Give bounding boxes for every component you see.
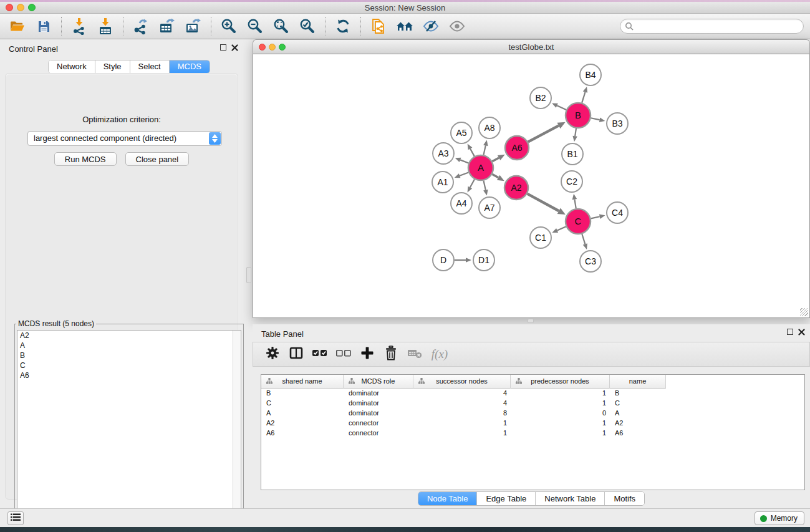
zoom-in-button[interactable] <box>218 16 240 36</box>
tab-edge-table[interactable]: Edge Table <box>477 492 536 505</box>
delete-table-button[interactable] <box>404 344 425 364</box>
result-item-a6[interactable]: A6 <box>17 370 241 380</box>
split-panel-button[interactable] <box>286 344 307 364</box>
import-network-button[interactable] <box>68 16 90 36</box>
node-A2[interactable]: A2 <box>504 176 528 200</box>
show-graphics-details-button[interactable] <box>446 16 468 36</box>
hide-graphics-details-button[interactable] <box>420 16 442 36</box>
show-panels-button[interactable] <box>7 511 24 525</box>
node-A4[interactable]: A4 <box>451 193 472 214</box>
table-row-a2[interactable]: A2connector11A2 <box>261 418 804 428</box>
close-window-button[interactable] <box>6 4 13 11</box>
zoom-fit-button[interactable] <box>270 16 292 36</box>
export-image-button[interactable] <box>182 16 205 36</box>
home-button[interactable] <box>393 16 416 36</box>
table-close-panel-icon[interactable] <box>798 329 805 336</box>
network-minimize-button[interactable] <box>269 44 276 51</box>
close-panel-button[interactable]: Close panel <box>125 152 190 166</box>
edge-B-B2 <box>557 105 566 110</box>
node-C2[interactable]: C2 <box>561 171 582 192</box>
column-header-shared-name[interactable]: shared name <box>261 375 344 389</box>
zoom-out-button[interactable] <box>244 16 266 36</box>
column-header-predecessor-nodes[interactable]: predecessor nodes <box>511 375 610 389</box>
node-A6[interactable]: A6 <box>505 136 529 160</box>
node-A1[interactable]: A1 <box>432 172 453 193</box>
zoom-window-button[interactable] <box>28 4 36 11</box>
result-item-b[interactable]: B <box>17 351 241 360</box>
node-C1[interactable]: C1 <box>530 227 551 248</box>
import-table-button[interactable] <box>94 16 117 36</box>
node-A[interactable]: A <box>468 155 493 180</box>
node-A5[interactable]: A5 <box>451 122 472 143</box>
column-header-name[interactable]: name <box>610 375 666 389</box>
tab-motifs[interactable]: Motifs <box>605 492 644 505</box>
result-item-a[interactable]: A <box>17 341 241 351</box>
node-B3[interactable]: B3 <box>607 113 628 134</box>
vertical-splitter-handle[interactable] <box>246 267 251 283</box>
node-B2[interactable]: B2 <box>530 87 551 109</box>
tab-network-table[interactable]: Network Table <box>536 492 605 505</box>
tab-mcds[interactable]: MCDS <box>170 60 210 73</box>
minimize-window-button[interactable] <box>17 4 24 11</box>
network-window-title: testGlobe.txt <box>253 40 809 54</box>
tab-node-table[interactable]: Node Table <box>418 492 478 505</box>
table-row-c[interactable]: Cdominator41C <box>261 399 804 409</box>
node-C3[interactable]: C3 <box>580 251 601 272</box>
zoom-selected-button[interactable] <box>296 16 319 36</box>
horizontal-splitter-handle[interactable] <box>528 319 534 323</box>
select-all-checkboxes-button[interactable] <box>309 344 330 364</box>
tab-network[interactable]: Network <box>49 60 95 73</box>
window-resize-grip[interactable] <box>800 308 808 316</box>
float-panel-icon[interactable] <box>220 44 226 51</box>
arrowhead-C-C4 <box>599 215 605 219</box>
result-list-scrollbar[interactable] <box>233 331 241 522</box>
criterion-dropdown[interactable]: largest connected component (directed) <box>27 131 222 146</box>
export-network-button[interactable] <box>130 16 152 36</box>
column-header-MCDS-role[interactable]: MCDS role <box>344 375 413 389</box>
node-A8[interactable]: A8 <box>479 117 500 138</box>
run-mcds-button[interactable]: Run MCDS <box>54 152 117 166</box>
close-panel-icon[interactable] <box>231 44 238 51</box>
node-B1[interactable]: B1 <box>562 143 583 165</box>
save-session-button[interactable] <box>32 16 55 36</box>
function-builder-button[interactable]: f(x) <box>428 344 449 364</box>
network-graph: B4B2BB3A8A5A6A3B1AC2A1A2A4A7C4CC1DD1C3 <box>253 54 809 317</box>
node-C4[interactable]: C4 <box>607 202 628 223</box>
network-window-titlebar[interactable]: testGlobe.txt <box>253 39 810 54</box>
delete-column-button[interactable] <box>380 344 402 364</box>
memory-button[interactable]: Memory <box>755 511 804 525</box>
svg-text:D1: D1 <box>478 255 489 265</box>
add-column-button[interactable] <box>357 344 378 364</box>
open-file-button[interactable] <box>6 16 29 36</box>
node-A3[interactable]: A3 <box>433 143 454 164</box>
table-row-a[interactable]: Adominator80A <box>261 409 804 418</box>
result-item-a2[interactable]: A2 <box>17 331 241 341</box>
refresh-button[interactable] <box>332 16 354 36</box>
mcds-result-list: A2ABCA6 <box>17 330 241 523</box>
network-zoom-button[interactable] <box>279 44 286 51</box>
network-from-document-button[interactable] <box>367 16 390 36</box>
table-settings-button[interactable] <box>262 344 283 364</box>
deselect-all-checkboxes-button[interactable] <box>333 344 354 364</box>
network-canvas[interactable]: B4B2BB3A8A5A6A3B1AC2A1A2A4A7C4CC1DD1C3 <box>253 54 810 318</box>
tab-select[interactable]: Select <box>130 60 170 73</box>
svg-text:D: D <box>440 255 446 265</box>
column-header-filler <box>666 375 804 389</box>
edge-A-A3 <box>460 160 468 163</box>
node-D1[interactable]: D1 <box>473 249 494 271</box>
search-input[interactable] <box>620 19 804 34</box>
node-A7[interactable]: A7 <box>479 197 500 218</box>
result-item-c[interactable]: C <box>17 360 241 370</box>
unchecked-checkboxes-icon <box>335 348 352 360</box>
column-header-successor-nodes[interactable]: successor nodes <box>413 375 511 389</box>
node-D[interactable]: D <box>433 249 454 271</box>
node-B[interactable]: B <box>566 103 591 128</box>
table-row-b[interactable]: Bdominator41B <box>261 389 804 399</box>
table-row-a6[interactable]: A6connector11A6 <box>261 428 804 438</box>
node-B4[interactable]: B4 <box>580 64 601 85</box>
network-close-button[interactable] <box>259 44 266 51</box>
node-C[interactable]: C <box>566 209 591 234</box>
table-float-panel-icon[interactable] <box>787 329 793 335</box>
tab-style[interactable]: Style <box>95 60 130 73</box>
export-table-button[interactable] <box>156 16 178 36</box>
